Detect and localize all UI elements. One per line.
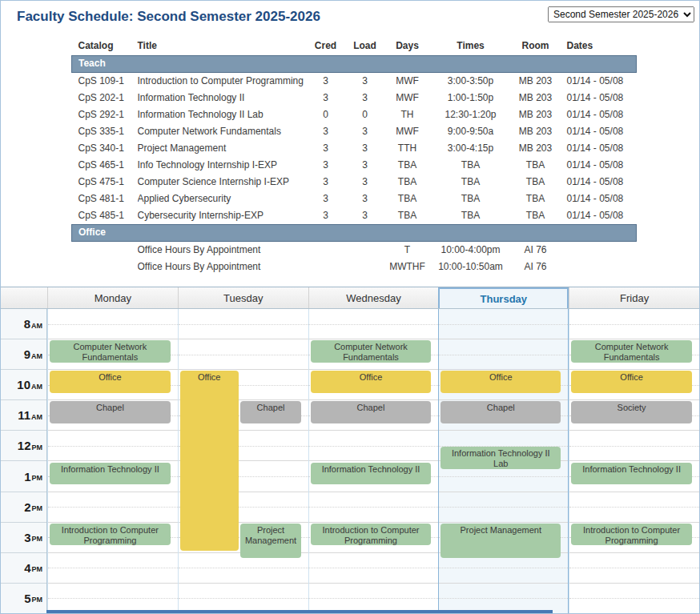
cell-title: Project Management (138, 140, 306, 157)
calendar-day-header-monday: Monday (47, 287, 178, 308)
cell-load: 3 (346, 191, 384, 207)
cell-title: Computer Network Fundamentals (138, 123, 306, 140)
cell-cred: 3 (306, 73, 346, 90)
calendar-hour-cell (48, 309, 178, 339)
table-row: CpS 481-1Applied Cybersecurity33TBATBATB… (72, 191, 637, 207)
calendar-event-other: Society (571, 401, 692, 423)
calendar-event-class: Introduction to Computer Programming (571, 524, 692, 546)
cell-title: Information Technology II (138, 90, 306, 106)
cell-title: Info Technology Internship I-EXP (138, 157, 306, 174)
time-label: 9AM (1, 339, 46, 370)
semester-select[interactable]: Second Semester 2025-2026 (548, 6, 694, 22)
cell-title: Computer Science Internship I-EXP (138, 174, 306, 191)
cell-room: TBA (511, 191, 561, 207)
section-band-row: Office (72, 225, 637, 242)
cell-room: MB 203 (511, 106, 561, 123)
time-label: 11AM (1, 400, 46, 431)
table-row: CpS 202-1Information Technology II33MWF1… (72, 90, 637, 106)
cell-dates (561, 242, 637, 259)
time-label-number: 5 (24, 592, 30, 605)
cell-cred: 3 (306, 90, 346, 106)
table-row: CpS 340-1Project Management33TTH3:00-4:1… (72, 140, 637, 157)
cell-times: 3:00-4:15p (431, 140, 511, 157)
calendar-event-class: Information Technology II (571, 463, 692, 485)
cell-load (346, 242, 384, 259)
cell-days: TH (384, 106, 431, 123)
cell-times: 12:30-1:20p (431, 106, 511, 123)
calendar-corner (1, 287, 47, 308)
cell-dates: 01/14 - 05/08 (561, 123, 637, 140)
time-label-suffix: PM (32, 565, 43, 573)
calendar-hour-cell (439, 339, 568, 370)
cell-dates: 01/14 - 05/08 (561, 140, 637, 157)
table-row: Office Hours By AppointmentT10:00-4:00pm… (72, 242, 637, 259)
calendar-hour-cell (569, 309, 699, 339)
cell-room: AI 76 (511, 242, 561, 259)
time-label: 12PM (1, 431, 46, 461)
time-label: 8AM (1, 309, 46, 339)
calendar-hour-cell (309, 431, 439, 461)
cell-load: 3 (346, 90, 384, 106)
calendar-event-office: Office (571, 371, 692, 393)
calendar-event-class: Introduction to Computer Programming (311, 524, 432, 546)
cell-title: Applied Cybersecurity (138, 191, 306, 207)
time-label-number: 10 (17, 378, 30, 391)
cell-days: MWTHF (384, 259, 431, 275)
col-header-cred: Cred (306, 38, 346, 56)
calendar-event-other: Chapel (240, 401, 300, 423)
cell-room: MB 203 (511, 140, 561, 157)
calendar-event-other: Chapel (441, 401, 561, 423)
time-label-number: 3 (24, 531, 30, 544)
calendar-event-class: Computer Network Fundamentals (50, 340, 171, 363)
calendar-event-class: Information Technology II Lab (441, 447, 561, 469)
calendar-hour-cell (179, 309, 308, 339)
time-label: 4PM (1, 553, 46, 584)
calendar-hour-cell (439, 492, 568, 523)
calendar-hour-cell (309, 309, 439, 339)
cell-title: Office Hours By Appointment (138, 242, 306, 259)
cell-load: 3 (346, 174, 384, 191)
time-label-number: 9 (24, 347, 30, 361)
calendar-day-header-friday: Friday (569, 287, 699, 308)
schedule-table: Catalog Title Cred Load Days Times Room … (71, 38, 637, 275)
cell-catalog: CpS 481-1 (72, 191, 138, 207)
cell-days: MWF (384, 123, 431, 140)
cell-catalog: CpS 202-1 (72, 90, 138, 106)
cell-title: Cybersecurity Internship-EXP (138, 207, 306, 225)
time-label-suffix: AM (31, 413, 42, 421)
table-row: CpS 485-1Cybersecurity Internship-EXP33T… (72, 207, 637, 225)
calendar-hour-cell (439, 309, 568, 339)
cell-load: 3 (346, 123, 384, 140)
cell-times: TBA (431, 207, 511, 225)
cell-days: T (384, 242, 431, 259)
page-title: Faculty Schedule: Second Semester 2025-2… (17, 9, 320, 25)
cell-dates (561, 259, 637, 275)
time-label-suffix: AM (31, 322, 42, 330)
calendar-column-wednesday: Computer Network FundamentalsOfficeChape… (308, 309, 439, 614)
table-row: CpS 475-1Computer Science Internship I-E… (72, 174, 637, 191)
time-label-suffix: PM (32, 596, 43, 604)
cell-times: 3:00-3:50p (431, 73, 511, 90)
cell-load: 3 (346, 157, 384, 174)
cell-days: TTH (384, 140, 431, 157)
cell-room: MB 203 (511, 73, 561, 90)
cell-cred: 3 (306, 207, 346, 225)
calendar-column-friday: Computer Network FundamentalsOfficeSocie… (569, 309, 699, 614)
calendar-hour-cell (309, 553, 439, 584)
cell-times: TBA (431, 174, 511, 191)
calendar-event-office: Office (441, 371, 561, 393)
calendar-event-other: Chapel (50, 401, 171, 423)
time-label-suffix: PM (32, 535, 43, 543)
cell-dates: 01/14 - 05/08 (561, 106, 637, 123)
horizontal-scrollbar-thumb[interactable] (46, 610, 553, 613)
time-label: 2PM (1, 492, 46, 523)
cell-room: MB 203 (511, 123, 561, 140)
time-label-number: 2 (24, 500, 30, 514)
cell-days: MWF (384, 90, 431, 106)
cell-days: TBA (384, 207, 431, 225)
calendar-hour-cell (569, 584, 699, 614)
section-band-label: Office (72, 225, 637, 242)
table-row: CpS 335-1Computer Network Fundamentals33… (72, 123, 637, 140)
calendar-hour-cell (48, 492, 178, 523)
calendar-event-class: Information Technology II (311, 463, 432, 485)
